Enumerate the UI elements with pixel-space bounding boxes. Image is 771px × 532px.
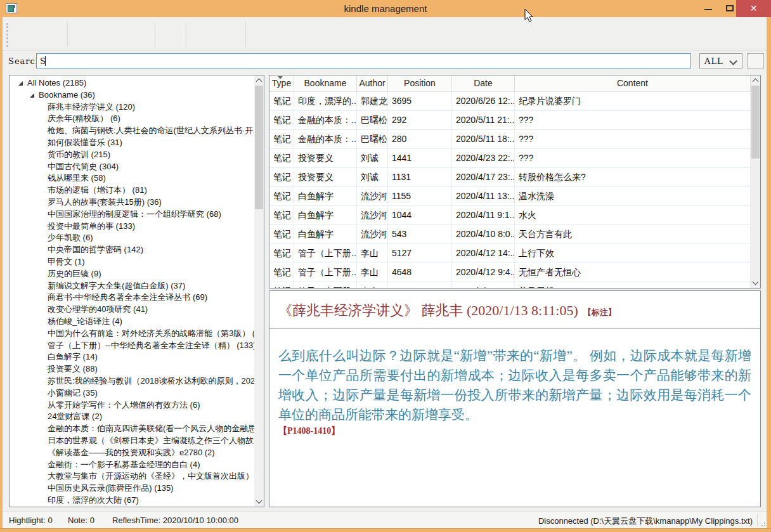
cell-author: 李山: [357, 282, 388, 288]
tree-item-label: 中国古代简史 (304): [48, 161, 119, 173]
tree-item[interactable]: 货币的教训 (215): [10, 149, 254, 161]
tree-item[interactable]: 历史的巨镜 (9): [10, 268, 254, 280]
table-row[interactable]: 笔记印度，漂浮的...郭建龙36952020/6/26 12:...纪录片说婆罗…: [269, 92, 751, 111]
tree-item[interactable]: 白鱼解字 (14): [10, 351, 254, 363]
cell-author: 刘诚: [357, 149, 388, 168]
tree-item-label: All Notes (2185): [27, 77, 86, 89]
tree-item-label: 中国历史风云录(陈舜臣作品) (135): [48, 483, 174, 495]
cell-type: 笔记: [269, 244, 294, 263]
column-header[interactable]: Position: [388, 75, 452, 91]
tree-item-label: 金融街：一个影子私募基金经理的自白 (4): [48, 459, 200, 471]
tree-item[interactable]: 金融街：一个影子私募基金经理的自白 (4): [10, 459, 254, 471]
table-row[interactable]: 笔记投资要义刘诚14412020/4/23 22:...???: [269, 149, 751, 168]
tree-item[interactable]: 薛兆丰经济学讲义 (120): [10, 101, 254, 114]
cell-content: 尊君思想: [515, 282, 751, 288]
tree-item-label: 小窗幽记 (35): [48, 387, 98, 399]
tree-item-label: 市场的逻辑（增订本） (81): [48, 185, 147, 197]
tree-item-label: 庆余年(精校版） (6): [48, 113, 120, 125]
table-row[interactable]: 笔记白鱼解字流沙河5432020/4/10 8:0...天台方言有此: [269, 225, 751, 244]
table-row[interactable]: 笔记管子（上下册...李山51272020/4/12 14:...上行下效: [269, 244, 751, 263]
tree-item-label: 管子（上下册）--中华经典名著全本全注全译（精） (133): [48, 340, 254, 352]
tree-item[interactable]: 商君书-中华经典名著全本全注全译丛书 (69): [10, 292, 254, 304]
tree-item-label: 日本的世界观（《剑桥日本史》主编凝练之作三个人物故...: [48, 435, 254, 447]
search-button[interactable]: [747, 53, 764, 68]
table-scrollbar-thumb[interactable]: [751, 86, 760, 159]
tree-item[interactable]: 苏世民:我的经验与教训（2018读桥水达利欧的原则，202...: [10, 375, 254, 387]
cell-position: 1044: [388, 206, 452, 225]
tree-item[interactable]: 投资要义 (88): [10, 363, 254, 375]
tree-item[interactable]: 小窗幽记 (35): [10, 387, 254, 399]
status-reflesh-time: RefleshTime: 2020/10/10 10:00:00: [112, 516, 238, 525]
column-header[interactable]: Date: [452, 75, 515, 91]
tree-item[interactable]: 投资中最简单的事 (133): [10, 221, 254, 233]
tree-item[interactable]: 24堂财富课 (2): [10, 411, 254, 423]
cell-author: 李山: [357, 244, 388, 263]
tree-item[interactable]: 从零开始学写作：个人增值的有效方法 (6): [10, 399, 254, 412]
tree-item[interactable]: 如何假装懂音乐 (31): [10, 137, 254, 149]
tree-item[interactable]: 金融的本质：伯南克四讲美联储(看一个风云人物的金融思...: [10, 423, 254, 435]
scroll-up-icon[interactable]: [751, 75, 760, 86]
note-detail-body: 么到底什么叫边际？边际就是“新增”带来的“新增”。 例如，边际成本就是每新增一个…: [278, 346, 751, 425]
tree-scrollbar-thumb[interactable]: [255, 86, 263, 209]
tree-item-all-notes[interactable]: All Notes (2185): [10, 77, 254, 89]
tree-item[interactable]: 杨伯峻_论语译注 (4): [10, 316, 254, 328]
tree-item[interactable]: 新编说文解字大全集(超值白金版) (37): [10, 280, 254, 292]
titlebar[interactable]: kindle management ✕: [0, 0, 771, 17]
window-border-bottom: [0, 528, 771, 532]
tree-item[interactable]: 中国国家治理的制度逻辑：一个组织学研究 (68): [10, 209, 254, 221]
note-detail-header: 《薛兆丰经济学讲义》 薛兆丰 (2020/1/13 8:11:05)【标注】: [278, 301, 751, 320]
tree-item[interactable]: 中国为什么有前途：对外经济关系的战略潜能（第3版） (...: [10, 328, 254, 340]
table-row[interactable]: 笔记白鱼解字流沙河10442020/4/11 9:1...水火: [269, 206, 751, 225]
minimize-button[interactable]: [699, 0, 718, 17]
tree-item[interactable]: 枪炮、病菌与钢铁:人类社会的命运(世纪人文系列丛书·开...: [10, 125, 254, 137]
cell-position: 1131: [388, 168, 452, 187]
tree-item[interactable]: 大教堂与集市（开源运动的《圣经》，中文版首次出版） ...: [10, 470, 254, 483]
scroll-down-icon[interactable]: [751, 278, 760, 288]
tree-scrollbar[interactable]: [254, 75, 264, 507]
cell-author: 流沙河: [357, 225, 388, 244]
search-input[interactable]: [36, 53, 691, 68]
toolbar: [3, 17, 767, 51]
close-button[interactable]: ✕: [736, 0, 771, 17]
resize-grip-icon[interactable]: [760, 521, 765, 526]
cell-bookname: 印度，漂浮的...: [294, 92, 357, 111]
scroll-up-icon[interactable]: [254, 75, 264, 86]
tree-item[interactable]: 管子（上下册）--中华经典名著全本全注全译（精） (133): [10, 340, 254, 352]
search-filter-dropdown[interactable]: ALL: [699, 53, 742, 68]
table-row[interactable]: 笔记金融的本质：...巴曙松2802020/5/11 18:...???: [269, 130, 751, 149]
tree-expander-icon[interactable]: [30, 93, 34, 98]
cell-content: 转股价格怎么来?: [515, 168, 751, 187]
tree-item[interactable]: 中国古代简史 (304): [10, 161, 254, 173]
toolbar-grip-icon[interactable]: [6, 23, 8, 47]
tree-item[interactable]: 日本的世界观（《剑桥日本史》主编凝练之作三个人物故...: [10, 435, 254, 447]
tree-item[interactable]: 钱从哪里来 (58): [10, 172, 254, 185]
tree-item[interactable]: 《解读基金——我的投资观和实践》e2780 (2): [10, 447, 254, 459]
cell-position: 5127: [388, 244, 452, 263]
status-connection: Disconnected (D:\天翼云盘下载\kmanapp\My Clipp…: [538, 516, 753, 527]
tree-item-bookname[interactable]: Bookname (36): [10, 89, 254, 101]
cell-type: 笔记: [269, 263, 294, 282]
search-bar: Search ALL: [3, 51, 767, 72]
table-row[interactable]: 笔记金融的本质：...巴曙松2922020/5/11 21:...???: [269, 111, 751, 130]
column-header[interactable]: Content: [515, 75, 751, 91]
tree-item[interactable]: 改变心理学的40项研究 (41): [10, 304, 254, 316]
scroll-down-icon[interactable]: [254, 496, 264, 507]
table-row[interactable]: 笔记管子（上下册...李山45772020/4/12 9:4...尊君思想: [269, 282, 751, 288]
column-header[interactable]: Bookname: [294, 75, 357, 91]
tree-item[interactable]: 甲骨文 (1): [10, 256, 254, 268]
tree-item[interactable]: 罗马人的故事(套装共15册) (36): [10, 197, 254, 209]
table-row[interactable]: 笔记白鱼解字流沙河11552020/4/11 13:...温水洗澡: [269, 187, 751, 206]
chevron-down-icon: [729, 57, 737, 65]
window-border-left: [0, 17, 3, 532]
tree-item[interactable]: 中央帝国的哲学密码 (142): [10, 244, 254, 256]
tree-item[interactable]: 庆余年(精校版） (6): [10, 113, 254, 125]
tree-item[interactable]: 市场的逻辑（增订本） (81): [10, 185, 254, 197]
tree-expander-icon[interactable]: [18, 81, 23, 86]
table-row[interactable]: 笔记投资要义刘诚11312020/4/17 23:...转股价格怎么来?: [269, 168, 751, 187]
column-header[interactable]: Author: [357, 75, 388, 91]
tree-item[interactable]: 印度，漂浮的次大陆 (67): [10, 495, 254, 507]
table-scrollbar[interactable]: [751, 75, 760, 288]
tree-item[interactable]: 中国历史风云录(陈舜臣作品) (135): [10, 483, 254, 495]
tree-item[interactable]: 少年凯歌 (6): [10, 232, 254, 244]
table-row[interactable]: 笔记管子（上下册...李山46482020/4/12 9:4...无恒产者无恒心: [269, 263, 751, 282]
